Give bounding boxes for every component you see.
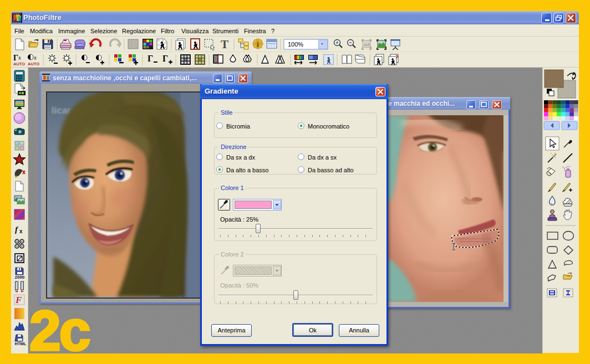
svg-text:±: ± [18, 55, 21, 60]
svg-text:T: T [221, 38, 228, 51]
svg-text:f: f [15, 225, 19, 234]
svg-text:Γ: Γ [148, 54, 153, 63]
svg-text:±: ± [34, 55, 37, 60]
svg-text:2000: 2000 [15, 275, 25, 280]
svg-text:AUTO: AUTO [13, 61, 25, 66]
svg-text:F: F [15, 295, 22, 305]
svg-text:Γ: Γ [162, 54, 168, 63]
svg-text:2c: 2c [29, 299, 89, 357]
svg-text:100%: 100% [288, 41, 303, 48]
svg-text:x: x [19, 228, 23, 234]
svg-text:Γ: Γ [13, 54, 18, 62]
svg-text:AUTO: AUTO [28, 61, 39, 66]
